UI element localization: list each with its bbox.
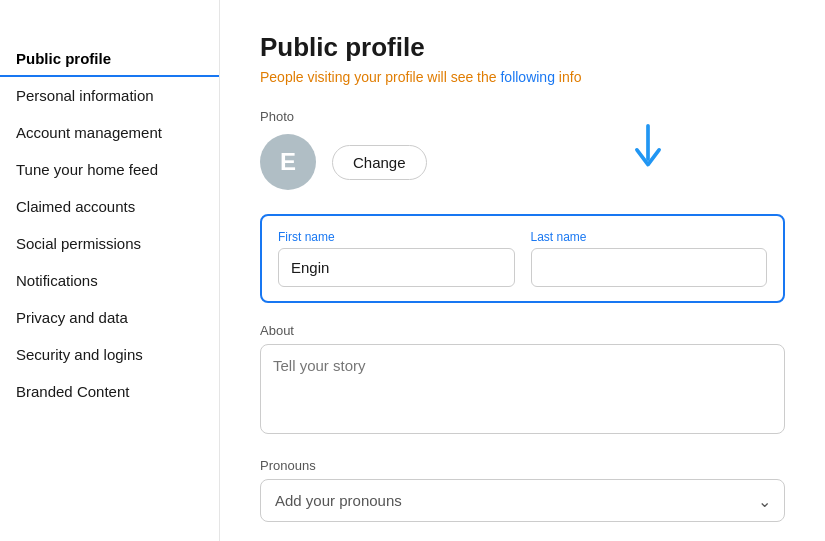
sidebar-item-tune-home-feed[interactable]: Tune your home feed: [0, 151, 219, 188]
pronouns-section: Pronouns Add your pronounsHe/HimShe/HerT…: [260, 458, 785, 522]
page-title: Public profile: [260, 32, 785, 63]
last-name-group: Last name: [531, 230, 768, 287]
name-row: First name Last name: [278, 230, 767, 287]
pronouns-select-wrapper: Add your pronounsHe/HimShe/HerThey/ThemO…: [260, 479, 785, 522]
pronouns-select[interactable]: Add your pronounsHe/HimShe/HerThey/ThemO…: [260, 479, 785, 522]
main-content: Public profile People visiting your prof…: [220, 0, 825, 541]
sidebar-item-claimed-accounts[interactable]: Claimed accounts: [0, 188, 219, 225]
pronouns-label: Pronouns: [260, 458, 785, 473]
sidebar-item-branded-content[interactable]: Branded Content: [0, 373, 219, 410]
arrow-indicator: [630, 124, 666, 176]
sidebar-item-public-profile[interactable]: Public profile: [0, 40, 219, 77]
last-name-label: Last name: [531, 230, 768, 244]
first-name-group: First name: [278, 230, 515, 287]
sidebar-item-security-and-logins[interactable]: Security and logins: [0, 336, 219, 373]
sidebar-item-privacy-and-data[interactable]: Privacy and data: [0, 299, 219, 336]
sidebar-item-notifications[interactable]: Notifications: [0, 262, 219, 299]
subtitle-link[interactable]: following: [500, 69, 554, 85]
photo-label: Photo: [260, 109, 785, 124]
change-photo-button[interactable]: Change: [332, 145, 427, 180]
about-textarea[interactable]: [260, 344, 785, 434]
avatar: E: [260, 134, 316, 190]
first-name-label: First name: [278, 230, 515, 244]
sidebar-item-social-permissions[interactable]: Social permissions: [0, 225, 219, 262]
about-section: About: [260, 323, 785, 438]
last-name-input[interactable]: [531, 248, 768, 287]
about-label: About: [260, 323, 785, 338]
sidebar-item-personal-information[interactable]: Personal information: [0, 77, 219, 114]
sidebar: Public profilePersonal informationAccoun…: [0, 0, 220, 541]
first-name-input[interactable]: [278, 248, 515, 287]
name-section: First name Last name: [260, 214, 785, 303]
arrow-down-icon: [630, 124, 666, 172]
sidebar-item-account-management[interactable]: Account management: [0, 114, 219, 151]
photo-row: E Change: [260, 134, 785, 190]
page-subtitle: People visiting your profile will see th…: [260, 69, 785, 85]
